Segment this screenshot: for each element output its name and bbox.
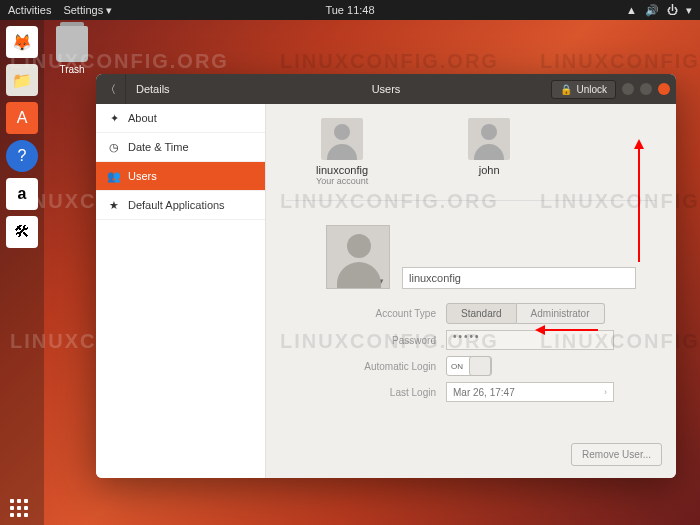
titlebar: 〈 Details Users 🔒 Unlock bbox=[96, 74, 676, 104]
trash-icon bbox=[56, 26, 88, 62]
user-name: john bbox=[468, 164, 510, 176]
star-icon: ★ bbox=[108, 199, 120, 211]
parent-panel-label: Details bbox=[126, 83, 210, 95]
last-login-label: Last Login bbox=[326, 387, 446, 398]
watermark: LINUXCONFIG.ORG bbox=[280, 50, 499, 73]
sidebar-item-label: Date & Time bbox=[128, 141, 189, 153]
user-form: ▼ Account Type Standard Administrator Pa… bbox=[286, 201, 656, 402]
avatar-icon bbox=[468, 118, 510, 160]
power-icon[interactable]: ⏻ bbox=[667, 4, 678, 16]
sidebar-item-label: About bbox=[128, 112, 157, 124]
clock[interactable]: Tue 11:48 bbox=[325, 4, 374, 16]
unlock-label: Unlock bbox=[576, 84, 607, 95]
sidebar-item-label: Users bbox=[128, 170, 157, 182]
window-title: Users bbox=[372, 83, 401, 95]
switch-state-label: ON bbox=[447, 362, 463, 371]
watermark: LINUXCONFIG.ORG bbox=[540, 50, 700, 73]
full-name-input[interactable] bbox=[402, 267, 636, 289]
user-name: linuxconfig bbox=[316, 164, 368, 176]
clock-icon: ◷ bbox=[108, 141, 120, 153]
user-card-john[interactable]: john bbox=[468, 118, 510, 186]
users-panel: linuxconfig Your account john ▼ Account … bbox=[266, 104, 676, 478]
sidebar-item-datetime[interactable]: ◷ Date & Time bbox=[96, 133, 265, 162]
dock-amazon[interactable]: a bbox=[6, 178, 38, 210]
dock: 🦊 📁 A ? a 🛠 bbox=[0, 20, 44, 525]
dock-firefox[interactable]: 🦊 bbox=[6, 26, 38, 58]
sidebar-item-about[interactable]: ✦ About bbox=[96, 104, 265, 133]
account-type-label: Account Type bbox=[326, 308, 446, 319]
dock-software-updater[interactable]: 🛠 bbox=[6, 216, 38, 248]
switch-knob bbox=[469, 356, 491, 376]
remove-user-button[interactable]: Remove User... bbox=[571, 443, 662, 466]
user-subtitle: Your account bbox=[316, 176, 368, 186]
lock-icon: 🔒 bbox=[560, 84, 572, 95]
password-label: Password bbox=[326, 335, 446, 346]
chevron-right-icon: › bbox=[604, 387, 607, 397]
administrator-button[interactable]: Administrator bbox=[517, 303, 605, 324]
settings-window: 〈 Details Users 🔒 Unlock ✦ About ◷ Date … bbox=[96, 74, 676, 478]
annotation-arrow-autologin bbox=[538, 329, 598, 331]
show-applications-button[interactable] bbox=[10, 499, 28, 517]
user-card-linuxconfig[interactable]: linuxconfig Your account bbox=[316, 118, 368, 186]
last-login-field[interactable]: Mar 26, 17:47 › bbox=[446, 382, 614, 402]
sidebar-item-default-apps[interactable]: ★ Default Applications bbox=[96, 191, 265, 220]
automatic-login-label: Automatic Login bbox=[326, 361, 446, 372]
activities-button[interactable]: Activities bbox=[8, 4, 51, 17]
dock-files[interactable]: 📁 bbox=[6, 64, 38, 96]
dock-software[interactable]: A bbox=[6, 102, 38, 134]
sidebar-item-label: Default Applications bbox=[128, 199, 225, 211]
network-icon[interactable]: ▲ bbox=[626, 4, 637, 16]
window-close-button[interactable] bbox=[658, 83, 670, 95]
standard-button[interactable]: Standard bbox=[446, 303, 517, 324]
user-list: linuxconfig Your account john bbox=[286, 118, 656, 201]
info-icon: ✦ bbox=[108, 112, 120, 124]
dock-help[interactable]: ? bbox=[6, 140, 38, 172]
gnome-topbar: Activities Settings ▾ Tue 11:48 ▲ 🔊 ⏻ ▾ bbox=[0, 0, 700, 20]
users-icon: 👥 bbox=[108, 170, 120, 182]
last-login-value: Mar 26, 17:47 bbox=[453, 387, 515, 398]
window-maximize-button[interactable] bbox=[640, 83, 652, 95]
unlock-button[interactable]: 🔒 Unlock bbox=[551, 80, 616, 99]
avatar-picker[interactable]: ▼ bbox=[326, 225, 390, 289]
account-type-segmented: Standard Administrator bbox=[446, 303, 605, 324]
avatar-icon bbox=[321, 118, 363, 160]
sound-icon[interactable]: 🔊 bbox=[645, 4, 659, 17]
chevron-down-icon: ▼ bbox=[377, 277, 385, 286]
window-minimize-button[interactable] bbox=[622, 83, 634, 95]
system-menu-chevron-icon[interactable]: ▾ bbox=[686, 4, 692, 17]
sidebar-item-users[interactable]: 👥 Users bbox=[96, 162, 265, 191]
app-menu-settings[interactable]: Settings ▾ bbox=[63, 4, 112, 17]
annotation-arrow-unlock bbox=[638, 142, 640, 262]
sidebar: ✦ About ◷ Date & Time 👥 Users ★ Default … bbox=[96, 104, 266, 478]
automatic-login-switch[interactable]: ON bbox=[446, 356, 492, 376]
trash-label: Trash bbox=[56, 64, 88, 75]
back-button[interactable]: 〈 bbox=[96, 74, 126, 104]
desktop-trash[interactable]: Trash bbox=[56, 26, 88, 75]
